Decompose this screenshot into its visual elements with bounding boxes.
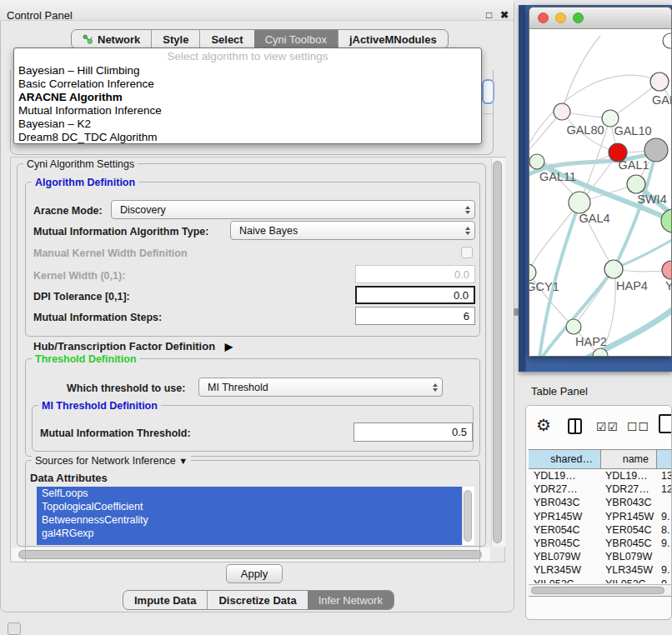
table-row[interactable]: YLR345WYLR345W9. <box>529 563 672 577</box>
table-row[interactable]: YBL079WYBL079W <box>529 550 672 563</box>
data-attribute-item[interactable]: TopologicalCoefficient <box>37 500 462 513</box>
data-attribute-item[interactable]: gal4RGexp <box>37 527 462 540</box>
data-attribute-item[interactable]: BetweennessCentrality <box>37 513 462 527</box>
algorithm-option[interactable]: Dream8 DC_TDC Algorithm <box>14 131 481 144</box>
column-header-extra[interactable] <box>656 450 672 468</box>
table-cell[interactable]: 9. <box>656 537 672 550</box>
tab-infer-network[interactable]: Infer Network <box>308 591 394 609</box>
table-cell[interactable] <box>656 496 672 509</box>
tab-impute-data[interactable]: Impute Data <box>123 591 207 609</box>
table-cell[interactable]: YBR045C <box>600 537 656 550</box>
table-cell[interactable]: YDR27… <box>529 482 600 496</box>
attributes-scrollbar-thumb[interactable] <box>464 490 472 542</box>
table-row[interactable]: YPR145WYPR145W9. <box>529 510 672 523</box>
aracne-mode-select[interactable]: Discovery <box>111 200 475 219</box>
algorithm-option[interactable]: ARACNE Algorithm <box>14 91 481 104</box>
table-cell[interactable]: YER054C <box>600 523 656 537</box>
table-row[interactable]: YBR045CYBR045C9. <box>529 537 672 550</box>
unchecked-boxes-icon[interactable]: ☐☐ <box>627 420 649 433</box>
which-threshold-select[interactable]: MI Threshold <box>198 378 443 397</box>
network-node[interactable] <box>661 209 672 232</box>
network-node-gal80[interactable] <box>554 103 570 120</box>
table-cell[interactable]: 9. <box>656 510 672 523</box>
collapse-down-icon[interactable]: ▼ <box>178 456 188 466</box>
minimize-window-icon[interactable] <box>555 12 566 23</box>
table-cell[interactable]: YLR345W <box>529 563 600 577</box>
table-horizontal-scrollbar[interactable] <box>529 584 672 597</box>
table-cell[interactable]: YDL19… <box>529 469 600 482</box>
dpi-tolerance-input[interactable]: 0.0 <box>355 286 475 304</box>
table-cell[interactable]: YBR043C <box>529 496 600 509</box>
table-cell[interactable]: YPR145W <box>529 510 600 523</box>
table-row[interactable]: YER054CYER054C8. <box>529 523 672 537</box>
mi-steps-input[interactable]: 6 <box>355 307 475 325</box>
table-cell[interactable]: YBR045C <box>529 537 600 550</box>
panel-corner-icon[interactable] <box>8 622 21 635</box>
zoom-window-icon[interactable] <box>573 12 584 23</box>
table-cell[interactable]: YDL19… <box>600 469 656 482</box>
table-cell[interactable] <box>656 550 672 563</box>
close-window-icon[interactable] <box>538 12 549 23</box>
network-node-y[interactable] <box>662 261 672 279</box>
manual-kernel-width-checkbox[interactable] <box>461 247 473 258</box>
table-row[interactable]: YIL052CYIL052C9 <box>529 578 672 584</box>
network-node-hap4[interactable] <box>604 260 623 278</box>
column-header-name[interactable]: name <box>600 450 656 468</box>
tab-style[interactable]: Style <box>151 30 199 48</box>
tab-cyni-toolbox[interactable]: Cyni Toolbox <box>254 30 338 48</box>
data-attributes-list[interactable]: SelfLoopsTopologicalCoefficientBetweenne… <box>37 487 462 545</box>
table-cell[interactable]: 9. <box>656 563 672 577</box>
table-cell[interactable]: YLR345W <box>600 563 656 577</box>
data-attribute-item[interactable]: SelfLoops <box>37 487 462 500</box>
algorithm-option[interactable]: Basic Correlation Inference <box>14 78 481 91</box>
table-cell[interactable]: YBL079W <box>600 550 656 563</box>
table-row[interactable]: YDR27…YDR27…12 <box>529 482 672 496</box>
mi-threshold-input[interactable]: 0.5 <box>354 422 473 442</box>
network-node-gcy1[interactable] <box>529 264 536 281</box>
table-body[interactable]: YDL19…YDL19…13YDR27…YDR27…12YBR043CYBR04… <box>529 469 672 583</box>
table-scrollbar-thumb[interactable] <box>531 587 664 594</box>
hub-definition-expander[interactable]: Hub/Transcription Factor Definition ▶ <box>33 340 233 352</box>
network-node-gal[interactable] <box>650 72 669 91</box>
table-cell[interactable]: YDR27… <box>600 482 656 496</box>
network-node-gal11[interactable] <box>529 154 544 169</box>
tab-select[interactable]: Select <box>199 30 253 48</box>
vertical-scrollbar-thumb[interactable] <box>493 161 502 543</box>
network-window-titlebar[interactable] <box>529 8 671 29</box>
float-panel-icon[interactable]: □ <box>486 9 492 21</box>
algorithm-option[interactable]: Bayesian – Hill Climbing <box>14 64 481 78</box>
kernel-width-input[interactable]: 0.0 <box>355 265 475 283</box>
tab-jactivemnodules[interactable]: jActiveMNodules <box>338 30 448 48</box>
table-cell[interactable]: YBL079W <box>529 550 600 563</box>
algorithm-option[interactable]: Mutual Information Inference <box>14 104 481 118</box>
network-node-swi4[interactable] <box>627 175 645 193</box>
table-cell[interactable]: YIL052C <box>600 578 656 584</box>
tab-network[interactable]: Network <box>72 30 151 48</box>
gear-icon[interactable]: ⚙ <box>536 415 551 435</box>
column-header-shared[interactable]: shared… <box>529 450 600 468</box>
checked-boxes-icon[interactable]: ☑☑ <box>596 420 619 433</box>
table-panel-box: ⚙ ☑☑ ☐☐ shared… name YDL19…YDL19…13YDR27… <box>525 405 672 620</box>
file-icon[interactable] <box>659 414 672 433</box>
table-cell[interactable]: YER054C <box>529 523 600 537</box>
columns-icon[interactable] <box>568 418 582 434</box>
table-cell[interactable]: 8. <box>656 523 672 537</box>
algorithm-option[interactable]: Bayesian – K2 <box>14 118 481 131</box>
network-node[interactable] <box>663 33 672 48</box>
table-row[interactable]: YBR043CYBR043C <box>529 496 672 509</box>
network-canvas[interactable]: GALGAL80GAL10GAL1GAL11SWI4GAL4HAP4YGCY1H… <box>529 29 672 357</box>
table-cell[interactable]: YIL052C <box>529 578 600 584</box>
table-cell[interactable]: 9 <box>656 578 672 584</box>
network-node-hap2[interactable] <box>566 319 581 334</box>
network-node-gal4[interactable] <box>569 192 590 213</box>
table-cell[interactable]: YPR145W <box>600 510 656 523</box>
table-cell[interactable]: 12 <box>656 482 672 496</box>
apply-button[interactable]: Apply <box>226 564 283 583</box>
table-row[interactable]: YDL19…YDL19…13 <box>529 469 672 482</box>
table-cell[interactable]: YBR043C <box>600 496 656 509</box>
tab-discretize-data[interactable]: Discretize Data <box>207 591 307 609</box>
close-panel-icon[interactable]: ✖ <box>500 9 509 21</box>
expand-right-icon[interactable]: ▶ <box>225 341 233 352</box>
mi-algorithm-type-select[interactable]: Naive Bayes <box>230 221 475 240</box>
table-cell[interactable]: 13 <box>656 469 672 482</box>
